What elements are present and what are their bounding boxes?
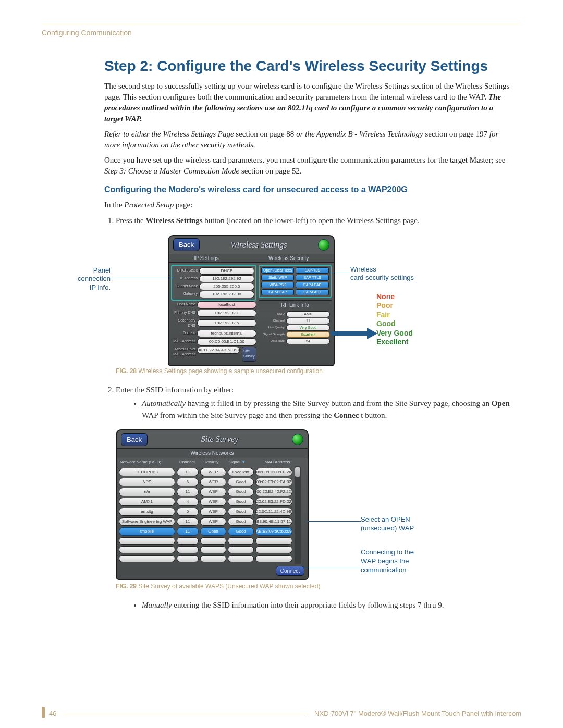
label-rate: Data Rate [260,339,286,343]
b1a: Automatically [142,399,186,408]
ws-back-button[interactable]: Back [173,238,200,251]
s1a: Press the [116,216,146,225]
cell-sig: Good [228,527,254,536]
field-secdns[interactable]: 192.192.92.5 [197,319,256,327]
field-gateway[interactable]: 192.192.292.98 [199,291,254,298]
sec-peap[interactable]: EAP-PEAP [261,289,295,295]
ref-d: section on page 197 [425,130,489,138]
prelist-a: In the [104,201,123,209]
intro-text: The second step to successfully setting … [104,82,509,101]
network-row[interactable]: amxitg6WEPGood22:0C:11:22:4D:9B [119,508,292,516]
field-host[interactable]: localhost [197,301,256,309]
subheading-unsecured: Configuring the Modero's wireless card f… [104,185,511,194]
b2b: entering the SSID information into their… [174,601,444,609]
network-row[interactable]: AMX14WEPGood22:02:E3:22:FD:22 [119,498,292,506]
intro-paragraph-3: Once you have set up the wireless card p… [104,155,511,177]
cell-sig: Good [228,517,254,526]
callout-connecting: Connecting to the WAP begins the communi… [361,548,444,575]
cell-chan: 11 [177,468,199,476]
field-dhcp[interactable]: DHCP [199,267,254,275]
cell-sec: WEP [200,498,226,506]
ref-b: section on page 88 [236,130,296,138]
field-apmac: 00.11.22.3A.4B.5C.6D [197,347,240,354]
tab-wireless-security: Wireless Security [268,254,309,262]
sec-ttls[interactable]: EAP-TTLS [296,275,329,281]
p3c: section on page 52. [241,167,302,175]
field-ip[interactable]: 192.192.292.92 [199,275,254,282]
svg-marker-0 [331,328,377,339]
sec-tls[interactable]: EAP-TLS [296,267,329,274]
network-row[interactable]: Software Engineering WAP11WEPGoodB8:90:4… [119,517,292,526]
cell-name: TECHPUBS [119,468,175,476]
cell-mac: 00:00:E3:00:FB:26 [255,468,292,476]
status-indicator-icon [318,239,329,251]
network-row[interactable]: NPS6WEPGood00:02:E3:02:EA:02 [119,478,292,486]
ss-title: Site Survey [201,433,239,446]
sec-wpa[interactable]: WPA-PSK [261,282,295,288]
site-survey-button[interactable]: Site Survey [242,347,256,362]
sec-fast[interactable]: EAP-FAST [296,289,329,295]
cell-sec: WEP [200,488,226,496]
cell-mac: 22:0C:11:22:4D:9B [255,508,292,516]
label-subnet: Subnet Mask [173,283,199,289]
tab-ip-settings: IP Settings [194,254,219,262]
cell-name: NPS [119,478,175,486]
arrow-icon [331,328,377,339]
label-secdns: Secondary DNS [171,318,197,329]
network-row[interactable]: tmobile11OpenGoodAE:B8:09:5C:62:09 [119,527,292,536]
p3b: Step 3: Choose a Master Connection Mode [104,167,239,175]
field-mac: 00.C0.00.B1.C1.00 [197,338,256,346]
b2a: Manually [142,601,172,609]
network-row-empty [119,537,292,545]
field-ssid[interactable]: AMX [286,311,330,317]
label-host: Host Name [171,302,197,307]
field-subnet[interactable]: 255.255.255.0 [199,283,254,290]
figure-29: Select an OPEN (unsecured) WAP Connectin… [116,429,511,591]
field-domain[interactable]: techpubs.internal [197,330,256,337]
status-indicator-icon [292,434,303,445]
ws-title: Wireless Settings [230,239,287,251]
legend-excellent: Excellent [376,338,413,347]
field-pridns[interactable]: 192.192.92.1 [197,310,256,317]
field-quality: Very Good [286,325,330,331]
col-signal[interactable]: Signal ▼ [224,459,250,465]
sec-leap[interactable]: EAP-LEAP [296,282,329,288]
network-row-empty [119,546,292,553]
scroll-thumb[interactable] [295,467,300,477]
rf-link-header: RF Link Info [259,300,332,310]
cell-name: amxitg [119,508,175,516]
label-channel: Channel [260,318,286,323]
network-row[interactable]: n/a11WEPGood00:22:E2:42:F2:22 [119,488,292,496]
cell-chan: 11 [177,488,199,496]
label-quality: Link Quality [260,325,286,330]
scrollbar[interactable] [295,466,301,564]
cell-sec: WEP [200,468,226,476]
col-security: Security [198,459,224,465]
network-row[interactable]: TECHPUBS11WEPExcellent00:00:E3:00:FB:26 [119,468,292,476]
ss-back-button[interactable]: Back [121,433,148,446]
ss-column-headers: Network Name (SSID) Channel Security Sig… [117,458,308,466]
page-title: Step 2: Configure the Card's Wireless Se… [104,58,511,75]
label-apmac: Access Point MAC Address [171,347,197,357]
callout-select-open: Select an OPEN (unsecured) WAP [361,515,444,533]
cell-sec: WEP [200,517,226,526]
b1b: having it filled in by pressing the Site… [188,399,492,408]
col-mac: MAC Address [250,459,304,465]
sec-open[interactable]: Open (Clear Text) [261,267,295,274]
step-2: Enter the SSID information by either: Au… [116,384,511,611]
bullet-manual: Manually entering the SSID information i… [142,599,511,611]
cell-sec: WEP [200,478,226,486]
cell-sec: WEP [200,508,226,516]
label-ssid: SSID [260,312,286,316]
cell-sig: Good [228,488,254,496]
cell-sig: Good [228,498,254,506]
ss-network-list: TECHPUBS11WEPExcellent00:00:E3:00:FB:26N… [117,466,295,564]
fig28-text: Wireless Settings page showing a sample … [138,367,323,375]
sec-wep[interactable]: Static WEP [261,275,295,281]
ref-a: Refer to either the Wireless Settings Pa… [104,130,234,138]
s1c: button (located on the lower-left) to op… [204,216,419,225]
cell-mac: 00:22:E2:42:F2:22 [255,488,292,496]
col-channel: Channel [176,459,198,465]
connect-button[interactable]: Connect [276,566,304,576]
sort-down-icon: ▼ [241,459,246,465]
